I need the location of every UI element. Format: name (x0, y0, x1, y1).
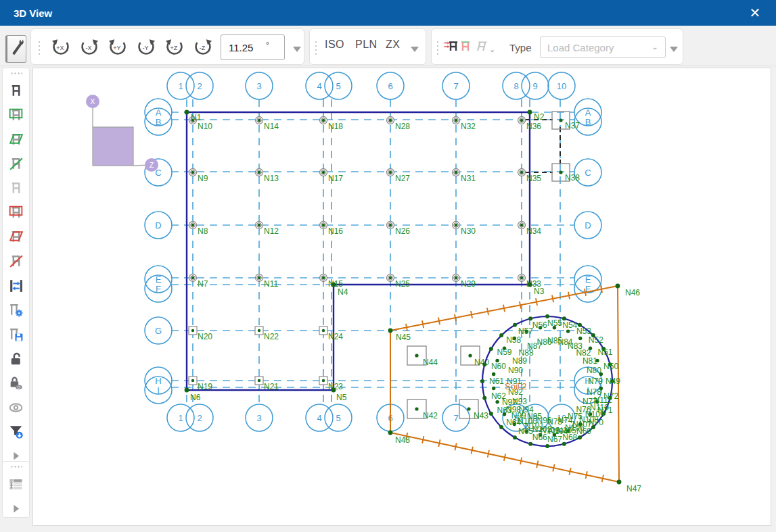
invert-selection-icon[interactable] (7, 277, 25, 294)
line-unselect-icon[interactable] (7, 253, 25, 270)
rotate-arrow-icon: -Y (135, 36, 158, 59)
view-pln-button[interactable]: PLN (355, 39, 378, 51)
model-canvas[interactable]: 1122334455667788991010ABCDEFGHIABCDEFHIX… (32, 68, 771, 526)
loads-colored-icon[interactable] (459, 39, 474, 57)
node-dot-N45[interactable] (388, 329, 393, 333)
node-label-N11: N11 (264, 279, 278, 289)
rotate-plusX-button[interactable]: +X (49, 36, 73, 60)
loads-chevron-down-icon[interactable]: ⌄ (489, 45, 495, 54)
grid-bubble-label: G (155, 326, 162, 336)
node-dot-N13 (258, 171, 260, 174)
node-dot-N3[interactable] (528, 283, 532, 287)
tank-node-dot[interactable] (499, 425, 503, 429)
tank-node-dot[interactable] (482, 396, 486, 400)
group-drag-handle[interactable] (38, 40, 41, 56)
node-dot-N48[interactable] (388, 431, 393, 435)
tools-toggle-button[interactable] (5, 35, 26, 63)
drag-handle[interactable] (10, 465, 22, 468)
node-label-N29: N29 (461, 279, 476, 289)
tank-node-dot[interactable] (489, 347, 493, 351)
node-dot-N4[interactable] (332, 283, 336, 287)
saved-selections-icon[interactable] (7, 326, 25, 343)
selection-toolbar (2, 68, 30, 465)
spreadsheet-icon[interactable] (7, 476, 25, 493)
node-dot-N6[interactable] (185, 388, 189, 393)
grid-bubble-label: B (156, 117, 162, 127)
node-label-N7: N7 (198, 279, 208, 289)
tank-node-dot[interactable] (513, 323, 517, 327)
polygon-unselect-icon[interactable] (7, 228, 25, 245)
soil-edge-tick (422, 436, 424, 443)
node-dot-N5[interactable] (332, 388, 336, 393)
filter-apply-icon[interactable] (7, 423, 25, 440)
drag-handle[interactable] (10, 72, 22, 75)
node-dot-N40[interactable] (468, 354, 472, 357)
rotate-minusY-button[interactable]: -Y (134, 36, 158, 60)
view-dropdown-caret-icon[interactable] (411, 47, 419, 52)
tank-node-dot[interactable] (566, 329, 570, 333)
tank-node-dot[interactable] (545, 444, 549, 448)
box-select-icon[interactable] (7, 107, 25, 124)
rotate-minusX-button[interactable]: -X (77, 36, 101, 60)
rotate-plusZ-button[interactable]: +Z (162, 36, 187, 60)
node-dot-N44[interactable] (415, 354, 418, 357)
node-dot-N42[interactable] (415, 407, 418, 410)
rotate-minusZ-button[interactable]: -Z (191, 36, 215, 60)
polygon-select-icon[interactable] (7, 131, 25, 148)
close-icon[interactable]: ✕ (746, 5, 764, 22)
line-select-icon[interactable] (7, 155, 25, 172)
rotate-arrow-icon: +Y (106, 36, 129, 59)
visibility-icon[interactable] (7, 399, 25, 416)
node-dot-N2[interactable] (528, 110, 532, 115)
tank-node-dot[interactable] (480, 379, 484, 383)
grid-bubble-label: 1 (178, 413, 183, 423)
box-unselect-icon[interactable] (7, 204, 25, 221)
node-dot-N1[interactable] (185, 110, 189, 115)
node-dot-N18 (322, 119, 325, 122)
node-label-N10: N10 (198, 122, 212, 131)
view-iso-button[interactable]: ISO (325, 39, 344, 51)
select-items-icon[interactable] (7, 82, 25, 99)
tank-node-dot[interactable] (492, 372, 495, 376)
axes-plane-indicator[interactable] (93, 127, 133, 166)
grid-bubble-label: 3 (256, 81, 261, 91)
loads-applied-icon[interactable] (444, 39, 459, 57)
rotation-angle-input[interactable] (221, 42, 260, 53)
tank-node-dot[interactable] (562, 442, 566, 446)
expand-icon[interactable] (7, 500, 25, 517)
load-category-combo[interactable]: Load Category ⌄ (540, 37, 666, 58)
tank-node-dot[interactable] (492, 387, 495, 390)
node-dot-N24 (322, 329, 325, 332)
tank-node-dot[interactable] (578, 337, 582, 340)
view-zx-button[interactable]: ZX (386, 39, 400, 51)
svg-text:-X: -X (86, 45, 92, 51)
node-label-N4: N4 (338, 287, 348, 297)
node-dot-N43[interactable] (467, 407, 470, 410)
svg-text:+Z: +Z (170, 45, 178, 51)
node-dot-N46[interactable] (616, 284, 620, 289)
unlock-icon[interactable] (7, 350, 25, 367)
group-drag-handle[interactable] (315, 40, 317, 56)
node-dot-N47[interactable] (617, 480, 622, 485)
tank-node-dot[interactable] (489, 412, 493, 416)
tank-node-dot[interactable] (482, 362, 486, 366)
tank-node-dot[interactable] (499, 333, 503, 337)
soil-edge-tick (455, 314, 456, 322)
grid-bubble-label: D (155, 220, 161, 231)
tank-node-dot[interactable] (528, 442, 532, 446)
selection-criteria-icon[interactable] (7, 301, 25, 318)
lock-hidden-icon[interactable] (7, 374, 25, 391)
node-dot-N37[interactable] (559, 118, 562, 122)
node-dot-N28 (389, 119, 392, 122)
tank-node-dot[interactable] (513, 435, 517, 439)
node-dot-N38[interactable] (559, 170, 562, 174)
node-label-N31: N31 (461, 174, 476, 183)
rotate-dropdown-caret-icon[interactable] (293, 47, 301, 52)
loads-dropdown-caret-icon[interactable] (670, 47, 678, 52)
loads-ghost-icon[interactable] (475, 39, 490, 57)
group-drag-handle[interactable] (436, 40, 439, 56)
unselect-items-icon[interactable] (7, 180, 25, 197)
rotate-plusY-button[interactable]: +Y (106, 36, 130, 60)
building-outline[interactable] (187, 112, 530, 390)
rotate-arrow-icon: -X (78, 36, 101, 59)
